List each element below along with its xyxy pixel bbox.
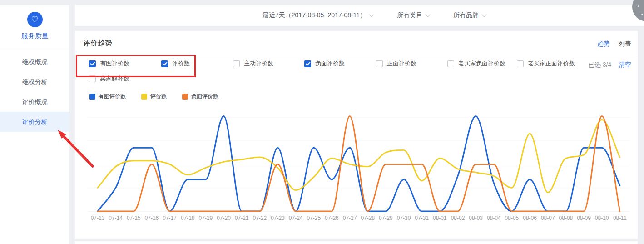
category-filter-label: 所有类目 (397, 11, 422, 20)
legend-item[interactable]: 有图评价数 (89, 93, 126, 100)
sidebar-menu: 维权概况维权分析评价概况评价分析 (0, 52, 69, 132)
x-axis-label: 07-21 (235, 215, 249, 221)
legend-marker-icon (89, 94, 95, 100)
metric-checkbox-item[interactable]: 正面评价数 (376, 60, 416, 67)
metric-checkbox-label: 老买家正面评价数 (528, 60, 575, 68)
category-filter-dropdown[interactable]: 所有类目 (397, 11, 430, 20)
x-axis-label: 08-09 (577, 215, 591, 221)
sidebar-item[interactable]: 维权分析 (0, 72, 69, 92)
x-axis-label: 08-03 (469, 215, 483, 221)
x-axis-label: 07-13 (91, 215, 105, 221)
sidebar-brand-label: 服务质量 (0, 32, 69, 48)
metric-checkbox-item[interactable]: 主动评价数 (233, 60, 273, 67)
clear-selection-link[interactable]: 清空 (619, 61, 631, 68)
x-axis-label: 07-16 (145, 215, 159, 221)
x-axis-label: 07-28 (361, 215, 375, 221)
x-axis-label: 07-17 (163, 215, 177, 221)
legend-marker-icon (141, 94, 147, 100)
x-axis-label: 07-26 (325, 215, 339, 221)
sidebar: ♡ 服务质量 维权概况维权分析评价概况评价分析 (0, 5, 69, 244)
chevron-down-icon (481, 12, 486, 17)
x-axis-label: 07-27 (343, 215, 357, 221)
chart-legend: 有图评价数评价数负面评价数 (89, 93, 218, 100)
selection-summary: 已选 3/4 清空 (588, 61, 631, 69)
annotation-arrow (52, 125, 98, 170)
chevron-down-icon (425, 12, 430, 17)
sidebar-item[interactable]: 评价概况 (0, 92, 69, 112)
x-axis-label: 07-29 (379, 215, 393, 221)
x-axis-label: 07-31 (415, 215, 429, 221)
heart-icon: ♡ (27, 12, 43, 27)
brand-filter-dropdown[interactable]: 所有品牌 (453, 11, 486, 20)
x-axis-label: 08-06 (523, 215, 537, 221)
chevron-down-icon (369, 12, 374, 17)
date-range-dropdown[interactable]: 最近7天（2017-08-05~2017-08-11） (263, 11, 373, 20)
legend-label: 有图评价数 (99, 93, 126, 100)
x-axis-label: 08-08 (559, 215, 573, 221)
selected-count-label: 已选 3/4 (588, 61, 611, 68)
brand-filter-label: 所有品牌 (453, 11, 479, 20)
legend-label: 评价数 (150, 93, 167, 100)
legend-item[interactable]: 负面评价数 (182, 93, 218, 100)
sidebar-item[interactable]: 维权概况 (0, 52, 69, 72)
x-axis-label: 08-01 (433, 215, 447, 221)
x-axis-label: 08-04 (487, 215, 501, 221)
metric-checkbox-label: 主动评价数 (244, 60, 273, 68)
series-line (98, 116, 620, 211)
x-axis-label: 07-20 (217, 215, 231, 221)
annotation-highlight-box (76, 55, 196, 77)
x-axis-label: 07-19 (199, 215, 213, 221)
x-axis-label: 07-15 (127, 215, 141, 221)
x-axis-label: 07-22 (253, 215, 267, 221)
page: { "sidebar": { "brand": {"label": "服务质量"… (0, 0, 644, 244)
metric-checkbox-item[interactable]: 老买家负面评价数 (447, 60, 505, 67)
metric-checkbox-label: 正面评价数 (387, 60, 416, 68)
metric-checkbox-item[interactable]: 负面评价数 (304, 60, 345, 67)
x-axis-label: 08-10 (595, 215, 609, 221)
x-axis-label: 07-25 (307, 215, 321, 221)
sidebar-brand: ♡ 服务质量 (0, 5, 69, 48)
metric-checkbox-label: 老买家负面评价数 (458, 60, 505, 68)
x-axis-label: 08-11 (613, 215, 627, 221)
legend-marker-icon (182, 94, 188, 100)
x-axis-label: 07-18 (181, 215, 195, 221)
x-axis-label: 07-23 (271, 215, 285, 221)
x-axis-label: 07-14 (109, 215, 123, 221)
date-range-label: 最近7天（2017-08-05~2017-08-11） (263, 11, 366, 20)
x-axis-label: 07-24 (289, 215, 303, 221)
checkbox-checked-icon[interactable] (304, 60, 311, 67)
metric-checkbox-label: 负面评价数 (315, 60, 345, 68)
x-axis-label: 08-07 (541, 215, 555, 221)
widget-dot-icon (638, 5, 639, 7)
checkbox-unchecked-icon[interactable] (447, 60, 454, 67)
checkbox-unchecked-icon[interactable] (517, 60, 524, 67)
checkbox-unchecked-icon[interactable] (376, 60, 383, 67)
legend-label: 负面评价数 (191, 93, 218, 100)
x-axis-label: 07-30 (397, 215, 411, 221)
next-panel-edge (75, 241, 638, 244)
checkmark-icon (305, 60, 310, 65)
x-axis-label: 08-02 (451, 215, 465, 221)
checkbox-unchecked-icon[interactable] (233, 60, 240, 67)
legend-item[interactable]: 评价数 (141, 93, 167, 100)
metric-checkbox-item[interactable]: 老买家正面评价数 (517, 60, 575, 67)
x-axis-label: 08-05 (505, 215, 519, 221)
topbar: 最近7天（2017-08-05~2017-08-11） 所有类目 所有品牌 (75, 5, 644, 26)
widget-dot-icon (641, 14, 643, 15)
